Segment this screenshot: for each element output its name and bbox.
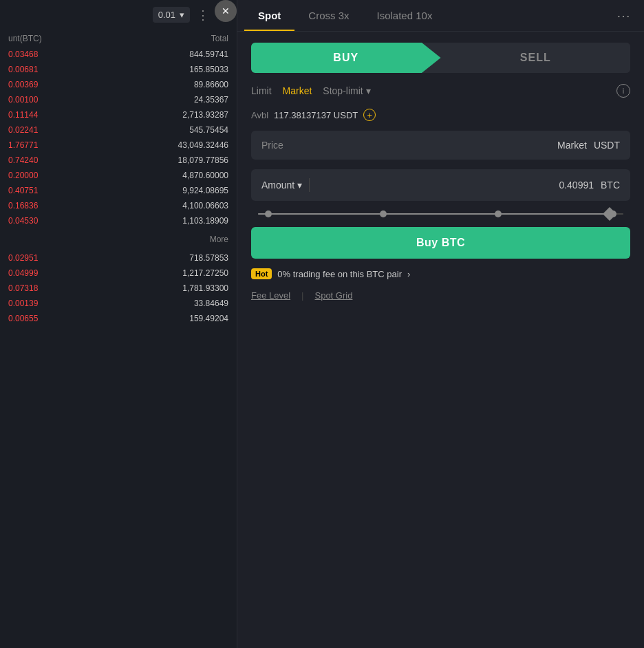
order-type-limit[interactable]: Limit xyxy=(251,83,272,99)
slider-dot-25 xyxy=(380,210,387,217)
row-amount: 0.02951 xyxy=(1,251,100,265)
slider-track xyxy=(258,213,623,215)
row-amount: 1.76771 xyxy=(1,138,100,152)
row-total: 844.59741 xyxy=(101,47,235,61)
row-total: 24.35367 xyxy=(101,93,235,107)
left-header: 0.01 ▾ ⋮ xyxy=(0,0,237,30)
row-total: 4,100.06603 xyxy=(101,199,235,213)
row-total: 33.84649 xyxy=(101,296,235,310)
amount-slider[interactable] xyxy=(251,210,630,217)
table-row: 0.045301,103.18909 xyxy=(1,214,235,228)
table-row: 0.407519,924.08695 xyxy=(1,184,235,197)
close-button[interactable]: ✕ xyxy=(215,0,237,22)
row-total: 165.85033 xyxy=(101,63,235,76)
table-row: 0.00681165.85033 xyxy=(1,63,235,76)
table-row: 0.0010024.35367 xyxy=(1,93,235,107)
row-total: 1,781.93300 xyxy=(101,281,235,295)
arrow-right-icon: › xyxy=(407,269,410,279)
order-type-stop-limit[interactable]: Stop-limit ▾ xyxy=(323,85,370,96)
table-row: 0.0013933.84649 xyxy=(1,296,235,310)
table-row: 1.7677143,049.32446 xyxy=(1,138,235,152)
decimal-value: 0.01 xyxy=(158,10,175,20)
tab-cross-3x[interactable]: Cross 3x xyxy=(294,0,363,31)
table-row: 0.02241545.75454 xyxy=(1,123,235,137)
amount-column-header: unt(BTC) xyxy=(1,31,100,46)
more-label[interactable]: More xyxy=(101,229,235,250)
table-row: 0.111442,713.93287 xyxy=(1,108,235,122)
row-amount: 0.00100 xyxy=(1,93,100,107)
promo-row: Hot 0% trading fee on this BTC pair › xyxy=(251,268,630,279)
row-amount: 0.00139 xyxy=(1,296,100,310)
row-amount: 0.20000 xyxy=(1,169,100,182)
row-amount: 0.40751 xyxy=(1,184,100,197)
buy-button[interactable]: BUY xyxy=(251,43,441,73)
row-total: 9,924.08695 xyxy=(101,184,235,197)
sell-button[interactable]: SELL xyxy=(441,43,631,73)
slider-handle[interactable] xyxy=(603,207,616,221)
row-total: 43,049.32446 xyxy=(101,138,235,152)
slider-dot-50 xyxy=(495,210,502,217)
amount-currency: BTC xyxy=(601,180,620,191)
buy-btc-button[interactable]: Buy BTC xyxy=(251,227,630,259)
row-total: 4,870.60000 xyxy=(101,169,235,182)
row-amount: 0.00655 xyxy=(1,312,100,325)
table-row: 0.03468844.59741 xyxy=(1,47,235,61)
row-total: 1,217.27250 xyxy=(101,266,235,280)
slider-dots xyxy=(265,210,616,217)
order-book-table: unt(BTC) Total 0.03468844.597410.0068116… xyxy=(0,30,237,327)
decimal-selector[interactable]: 0.01 ▾ xyxy=(153,7,190,23)
add-funds-button[interactable]: + xyxy=(363,109,376,121)
row-amount: 0.07318 xyxy=(1,281,100,295)
order-type-bar: Limit Market Stop-limit ▾ i xyxy=(251,83,630,99)
row-amount: 0.03468 xyxy=(1,47,100,61)
amount-value: 0.40991 xyxy=(316,180,594,191)
table-row: 0.168364,100.06603 xyxy=(1,199,235,213)
more-options-icon[interactable]: ⋮ xyxy=(197,8,209,23)
row-amount: 0.04530 xyxy=(1,214,100,228)
footer-separator: | xyxy=(301,290,303,301)
trade-area: BUY SELL Limit Market Stop-limit ▾ i Avb… xyxy=(237,32,644,312)
info-icon[interactable]: i xyxy=(616,84,630,98)
row-amount: 0.16836 xyxy=(1,199,100,213)
price-label: Price xyxy=(261,140,283,151)
hot-badge: Hot xyxy=(251,268,272,279)
input-divider xyxy=(309,178,310,192)
table-row: 0.073181,781.93300 xyxy=(1,281,235,295)
price-value: Market xyxy=(290,140,587,151)
table-row: 0.7424018,079.77856 xyxy=(1,153,235,167)
table-row: 0.049991,217.27250 xyxy=(1,266,235,280)
row-total: 2,713.93287 xyxy=(101,108,235,122)
avbl-label: Avbl xyxy=(251,110,268,120)
tab-more-icon[interactable]: ⋯ xyxy=(610,1,637,31)
avbl-amount: 117.38137137 USDT xyxy=(274,110,358,120)
total-column-header: Total xyxy=(101,31,235,46)
row-total: 718.57853 xyxy=(101,251,235,265)
row-amount: 0.11144 xyxy=(1,108,100,122)
table-row: 0.00655159.49204 xyxy=(1,312,235,325)
chevron-down-icon: ▾ xyxy=(366,85,371,96)
chevron-down-icon: ▾ xyxy=(180,10,184,20)
amount-input-field[interactable]: Amount ▾ 0.40991 BTC xyxy=(251,169,630,201)
table-row: 0.02951718.57853 xyxy=(1,251,235,265)
row-amount: 0.04999 xyxy=(1,266,100,280)
row-total: 18,079.77856 xyxy=(101,153,235,167)
order-type-market[interactable]: Market xyxy=(283,83,312,99)
fee-level-link[interactable]: Fee Level xyxy=(251,290,290,301)
chevron-down-icon: ▾ xyxy=(297,180,302,191)
row-total: 159.49204 xyxy=(101,312,235,325)
trading-tab-bar: Spot Cross 3x Isolated 10x ⋯ xyxy=(237,0,644,32)
row-amount: 0.02241 xyxy=(1,123,100,137)
footer-links: Fee Level | Spot Grid xyxy=(251,290,630,301)
tab-isolated-10x[interactable]: Isolated 10x xyxy=(363,0,447,31)
price-input-field[interactable]: Price Market USDT xyxy=(251,131,630,160)
price-currency: USDT xyxy=(594,140,620,151)
table-row: 0.0036989.86600 xyxy=(1,78,235,91)
available-balance-row: Avbl 117.38137137 USDT + xyxy=(251,109,630,121)
trading-panel: Spot Cross 3x Isolated 10x ⋯ BUY SELL Li… xyxy=(237,0,644,648)
tab-spot[interactable]: Spot xyxy=(244,0,294,31)
row-amount: 0.74240 xyxy=(1,153,100,167)
buy-sell-toggle: BUY SELL xyxy=(251,43,630,73)
promo-text: 0% trading fee on this BTC pair xyxy=(277,269,402,279)
amount-dropdown[interactable]: Amount ▾ xyxy=(261,180,302,191)
spot-grid-link[interactable]: Spot Grid xyxy=(314,290,352,301)
